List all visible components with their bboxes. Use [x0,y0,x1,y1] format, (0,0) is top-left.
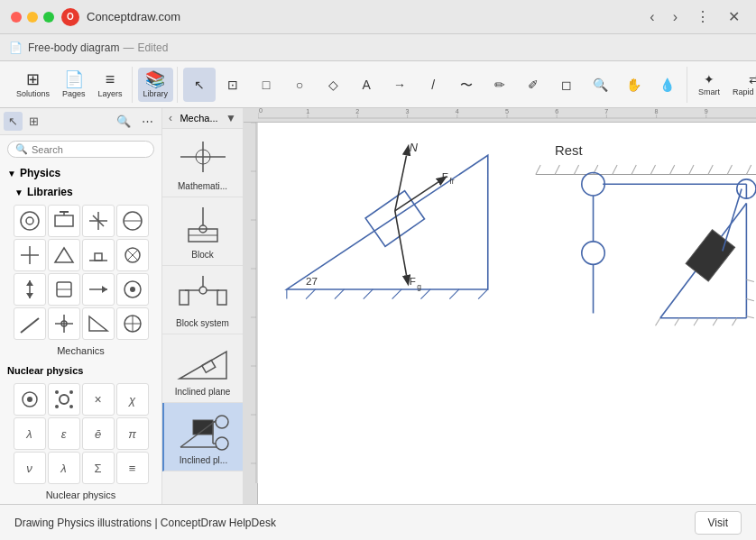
icon-cell[interactable] [48,383,80,416]
physics-header[interactable]: ▼ Physics [0,163,161,183]
svg-line-164 [746,316,753,318]
icon-cell[interactable]: ē [82,417,115,450]
svg-point-38 [69,405,73,408]
icon-cell[interactable] [14,239,46,271]
icon-cell[interactable]: λ [48,452,80,484]
visit-button[interactable]: Visit [695,511,742,535]
smart-button[interactable]: ✦ Smart [693,68,725,102]
hand-tool[interactable]: ✋ [617,68,650,102]
icon-cell[interactable]: × [82,383,115,416]
icon-cell[interactable] [14,205,46,237]
svg-text:F: F [442,170,448,182]
app-title: Conceptdraw.com [87,10,180,23]
icon-cell[interactable]: λ [14,417,46,450]
curve-tool[interactable]: 〜 [450,68,483,102]
tab-separator: — [123,41,134,54]
icon-cell[interactable]: ε [48,417,80,450]
mid-item-block-system[interactable]: Block system [162,266,243,334]
mid-dropdown-button[interactable]: ▼ [223,111,239,125]
svg-text:0: 0 [259,108,263,114]
left-panel: ↖ ⊞ 🔍 ⋯ 🔍 ▼ Physics ▼ Libraries [0,108,162,504]
icon-cell[interactable]: ≡ [116,452,149,484]
layers-button[interactable]: ≡ Layers [93,68,128,102]
svg-text:3: 3 [406,108,410,114]
icon-cell[interactable] [48,307,80,340]
mid-item-block-label: Block [191,250,213,260]
svg-text:4: 4 [456,108,459,114]
pen-tool[interactable]: ✏ [484,68,516,102]
mid-item-mathemati[interactable]: Mathemati... [162,129,243,197]
close-button[interactable]: ✕ [723,6,745,27]
arrow-tool[interactable]: → [383,68,416,102]
icon-cell[interactable] [116,307,149,340]
rect-tool[interactable]: □ [250,68,282,102]
svg-line-145 [632,165,636,175]
maximize-traffic-light[interactable] [43,12,54,23]
ruler-horizontal: 0 1 2 3 4 5 6 7 8 9 [244,108,756,123]
svg-point-36 [69,390,73,394]
icon-cell[interactable] [14,383,46,416]
mid-item-inclined-plane-label: Inclined plane [175,387,231,397]
svg-line-130 [395,155,407,211]
text-tool[interactable]: A [350,68,383,102]
zoom-tool[interactable]: 🔍 [584,68,616,102]
libraries-header[interactable]: ▼ Libraries [0,183,161,201]
lp-search-btn[interactable]: 🔍 [112,112,135,131]
pencil-tool[interactable]: ✐ [517,68,549,102]
eyedrop-tool[interactable]: 💧 [650,68,683,102]
icon-cell[interactable] [116,273,149,306]
icon-cell[interactable] [14,307,46,340]
svg-line-150 [727,165,732,175]
lp-select-btn[interactable]: ↖ [4,112,23,131]
icon-cell[interactable] [14,273,46,306]
canvas-with-ruler: 27 N F fr [244,123,756,504]
svg-text:Rest: Rest [555,143,583,158]
icon-cell[interactable] [48,273,80,306]
minimize-traffic-light[interactable] [27,12,38,23]
mid-item-inclined-plane[interactable]: Inclined plane [162,334,243,403]
lp-grid-btn[interactable]: ⊞ [24,112,43,131]
icon-cell[interactable]: π [116,417,149,450]
mid-back-button[interactable]: ‹ [166,111,175,125]
lp-more-btn[interactable]: ⋯ [137,112,158,131]
close-traffic-light[interactable] [11,12,22,23]
search-input[interactable] [32,144,146,155]
svg-text:7: 7 [604,108,608,114]
toolbar-group-smart: ✦ Smart ⇄ Rapid Draw ⛓ Chain 🌲 Tree ⚙ Op… [689,67,756,103]
more-button[interactable]: ⋮ [690,6,715,27]
ellipse-tool[interactable]: ○ [283,68,316,102]
nav-back-button[interactable]: ‹ [644,7,659,27]
icon-cell[interactable] [116,205,149,237]
icon-cell[interactable] [48,205,80,237]
icon-cell[interactable]: ν [14,452,46,484]
mid-item-inclined-pl2[interactable]: Inclined pl... [162,403,243,471]
svg-marker-22 [102,286,107,293]
eraser-tool[interactable]: ◻ [550,68,583,102]
icon-cell[interactable] [82,273,115,306]
pages-button[interactable]: 📄 Pages [57,68,91,102]
svg-text:N: N [410,141,419,154]
diamond-tool[interactable]: ◇ [317,68,349,102]
icon-cell[interactable] [82,307,115,340]
nuclear-header[interactable]: Nuclear physics [0,362,161,380]
library-button[interactable]: 📚 Library [138,68,174,102]
canvas-drawing-area[interactable]: 27 N F fr [258,123,756,504]
icon-cell[interactable] [116,239,149,271]
icon-cell[interactable] [82,239,115,271]
mid-item-block[interactable]: Block [162,197,243,266]
solutions-button[interactable]: ⊞ Solutions [11,68,55,102]
select-tool[interactable]: ⊡ [217,68,249,102]
svg-point-154 [582,242,604,264]
physics-chevron: ▼ [7,169,16,178]
nav-forward-button[interactable]: › [668,7,683,27]
icon-cell[interactable] [48,239,80,271]
svg-line-144 [613,165,617,175]
pointer-tool[interactable]: ↖ [183,68,216,102]
svg-rect-2 [55,215,73,226]
icon-cell[interactable]: Σ [82,452,115,484]
line-tool[interactable]: / [417,68,449,102]
icon-cell[interactable] [82,205,115,237]
rapid-draw-button[interactable]: ⇄ Rapid Draw [727,68,756,102]
toolbar-group-tools: ↖ ⊡ □ ○ ◇ A → / 〜 ✏ ✐ ◻ 🔍 ✋ 💧 [180,67,687,103]
icon-cell[interactable]: χ [116,383,149,416]
